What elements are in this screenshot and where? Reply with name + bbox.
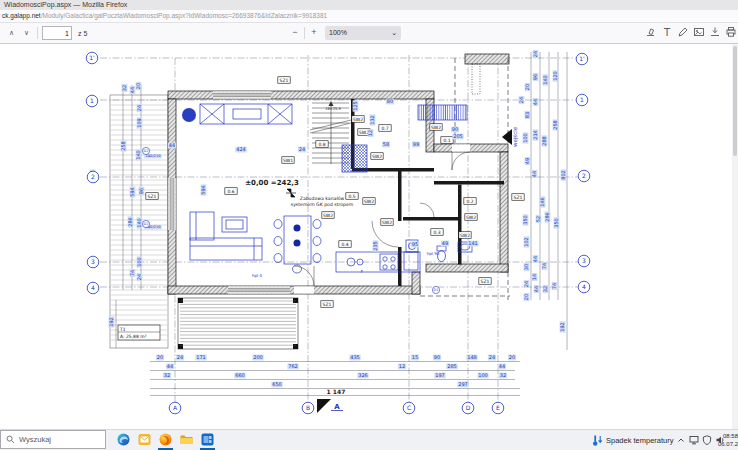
pdf-scrollbar[interactable] (732, 44, 738, 430)
plan-text: 20 (508, 354, 516, 360)
svg-text:132: 132 (369, 115, 375, 125)
plan-text: 350 (522, 214, 528, 225)
svg-text:systemem GK pod stropem: systemem GK pod stropem (291, 202, 354, 207)
svg-text:D2: D2 (144, 149, 149, 153)
taskbar-explorer-icon[interactable] (180, 432, 194, 448)
plan-text: 18×25,9 (325, 107, 341, 111)
zoom-out-button[interactable]: − (288, 26, 302, 40)
svg-text:30: 30 (523, 264, 529, 270)
plan-label-box: SW2 (371, 153, 383, 160)
svg-text:44: 44 (531, 171, 537, 177)
plan-text: 49 (524, 157, 530, 165)
tray-chevron-up-icon[interactable] (676, 435, 686, 445)
floor-plan-svg: 0.10.20.30.40.50.60.70.8SZ1SZ1SZ1SZ1SZ1S… (0, 44, 738, 430)
plan-text: 90 (451, 126, 459, 132)
draw-icon[interactable] (677, 26, 689, 38)
svg-text:0.6: 0.6 (227, 189, 234, 194)
text-annotation-icon[interactable]: T (661, 26, 673, 38)
page-number-input[interactable] (42, 26, 72, 40)
plan-text: 146 (539, 196, 545, 207)
plan-text: 12 (367, 129, 373, 137)
svg-text:200: 200 (253, 354, 263, 360)
clock-time: 08:58 (709, 432, 738, 440)
door-tag-bubble: D2 (142, 220, 149, 227)
plan-text: 762 (287, 363, 298, 369)
url-bar[interactable]: ck.galapp.net/Moduly/Galactica/galPoczta… (0, 10, 738, 23)
svg-text:3: 3 (582, 257, 586, 264)
axis-bubble: B (302, 402, 314, 414)
svg-text:146: 146 (539, 197, 545, 207)
svg-text:12: 12 (399, 363, 405, 369)
plan-text: 192 (108, 316, 114, 327)
taskbar-mail-icon[interactable] (138, 432, 152, 448)
svg-text:594: 594 (200, 185, 206, 195)
taskbar-blue-app-icon[interactable] (201, 432, 215, 448)
highlighter-icon[interactable] (645, 26, 657, 38)
plan-text: A (334, 403, 340, 411)
plan-text: 100 (477, 372, 488, 378)
svg-text:T: T (663, 27, 671, 38)
plan-text: 44 (166, 363, 174, 369)
svg-text:T1: T1 (119, 327, 126, 332)
svg-text:44: 44 (532, 256, 538, 262)
svg-text:197: 197 (435, 372, 445, 378)
toolbar-divider (37, 27, 38, 39)
plan-label-box: 0.7 (379, 125, 391, 132)
svg-text:288: 288 (541, 136, 547, 146)
plan-text: 80 (386, 98, 394, 104)
svg-text:0.5: 0.5 (348, 194, 355, 199)
svg-text:0.2: 0.2 (466, 199, 473, 204)
svg-text:44: 44 (532, 99, 538, 105)
level-marker-icon (286, 189, 296, 197)
svg-text:A: A (334, 403, 340, 411)
fridge (404, 252, 418, 270)
taskbar-search[interactable]: Wyszukaj (0, 430, 106, 449)
entrance-arrow-icon (502, 129, 512, 145)
plan-text: 24 (136, 104, 142, 112)
plan-text: 109 (136, 117, 142, 128)
svg-text:96: 96 (532, 74, 538, 80)
plan-text: 171 (195, 354, 206, 360)
svg-text:49: 49 (524, 158, 530, 164)
page-count-label: z 5 (78, 30, 87, 37)
zoom-select[interactable]: 100% ⌄ (325, 26, 401, 40)
plan-text: 44 (531, 170, 537, 178)
svg-text:192: 192 (559, 322, 565, 332)
window-titlebar[interactable]: WiadomosciPop.aspx — Mozilla Firefox (0, 0, 738, 10)
print-icon[interactable] (725, 26, 737, 38)
plant-icon (294, 225, 301, 232)
svg-text:258: 258 (552, 120, 558, 130)
plan-text: hpl 90 (427, 251, 440, 256)
svg-text:15: 15 (412, 354, 418, 360)
svg-text:102: 102 (523, 237, 529, 247)
taskbar-clock[interactable]: 08:58 06.07.2 (709, 432, 738, 448)
taskbar-firefox-icon[interactable] (159, 432, 173, 448)
url-domain: ck.galapp.net (2, 12, 41, 19)
svg-text:140: 140 (135, 150, 141, 160)
svg-text:32: 32 (542, 286, 548, 292)
taskbar: Wyszukaj (0, 429, 738, 450)
svg-text:SW2: SW2 (353, 117, 363, 122)
svg-text:20: 20 (524, 84, 530, 90)
previous-page-button[interactable]: ∧ (5, 26, 18, 40)
weather-widget[interactable]: Spadek temperatury (592, 430, 674, 450)
svg-text:3: 3 (91, 258, 95, 265)
image-annotation-icon[interactable] (693, 26, 705, 38)
zoom-level: 100% (329, 26, 347, 40)
plan-text: 58 (382, 141, 390, 147)
display-icon[interactable] (689, 435, 699, 445)
zoom-group: − + 100% ⌄ (288, 25, 401, 41)
taskbar-edge-icon[interactable] (117, 432, 131, 448)
scrollbar-thumb[interactable] (733, 46, 737, 156)
plan-label-box: SW2 (322, 212, 334, 219)
svg-text:SW2: SW2 (323, 213, 333, 218)
download-icon[interactable] (709, 26, 721, 38)
zoom-in-button[interactable]: + (307, 26, 321, 40)
svg-text:wejście: wejście (512, 126, 519, 147)
walls-layer (168, 54, 509, 294)
next-page-button[interactable]: ∨ (20, 26, 33, 40)
svg-text:0.3: 0.3 (433, 230, 440, 235)
plan-text: 258 (120, 140, 126, 151)
svg-text:125: 125 (352, 101, 358, 111)
plan-label-box: SW2 (352, 116, 364, 123)
